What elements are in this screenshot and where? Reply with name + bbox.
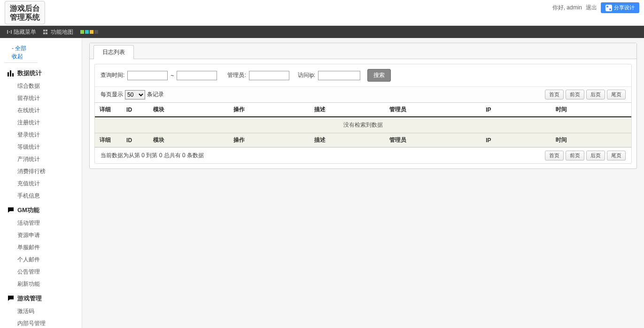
bars-icon xyxy=(7,69,15,77)
pager-prev-b[interactable]: 前页 xyxy=(566,151,584,160)
nav-item-1-3[interactable]: 个人邮件 xyxy=(0,253,82,266)
pager-last-b[interactable]: 尾页 xyxy=(607,151,626,160)
nav-item-0-1[interactable]: 留存统计 xyxy=(0,92,82,104)
pager-last[interactable]: 尾页 xyxy=(607,90,626,99)
sidebar: - 全部收起 数据统计综合数据留存统计在线统计注册统计登录统计等级统计产消统计消… xyxy=(0,38,82,328)
ip-input[interactable] xyxy=(318,71,360,80)
tab-log-list[interactable]: 日志列表 xyxy=(93,45,134,59)
nav-item-0-3[interactable]: 注册统计 xyxy=(0,116,82,129)
nav-item-0-4[interactable]: 登录统计 xyxy=(0,129,82,141)
swatch-green[interactable] xyxy=(80,30,84,34)
logout-link[interactable]: 退出 xyxy=(586,4,597,12)
nav-item-0-9[interactable]: 手机信息 xyxy=(0,190,82,202)
col-4: 描述 xyxy=(310,133,385,147)
col-3: 操作 xyxy=(229,133,309,147)
nav-header-1[interactable]: GM功能 xyxy=(0,204,82,217)
nav-item-1-1[interactable]: 资源申请 xyxy=(0,229,82,241)
col-0: 详细 xyxy=(95,133,122,147)
swatch-teal[interactable] xyxy=(85,30,89,34)
app-title-line1: 游戏后台 xyxy=(10,4,40,13)
func-map-label: 功能地图 xyxy=(51,28,73,36)
nav-item-0-8[interactable]: 充值统计 xyxy=(0,177,82,190)
nav-item-1-2[interactable]: 单服邮件 xyxy=(0,241,82,253)
user-greeting: 你好, admin xyxy=(552,4,582,12)
ip-label: 访问ip: xyxy=(298,71,315,79)
log-table: 详细ID模块操作描述管理员IP时间 没有检索到数据 详细ID模块操作描述管理员I… xyxy=(95,103,631,147)
time-tilde: ~ xyxy=(171,72,174,79)
collapse-all-link[interactable]: - 全部收起 xyxy=(5,43,38,63)
pager-bottom: 首页 前页 后页 尾页 xyxy=(545,151,626,160)
log-panel: 日志列表 查询时间: ~ 管理员: 访问ip: xyxy=(89,43,637,169)
col-6: IP xyxy=(481,133,551,147)
theme-swatches xyxy=(80,30,98,34)
log-inner-panel: 查询时间: ~ 管理员: 访问ip: 搜索 xyxy=(94,64,632,164)
col-3: 操作 xyxy=(229,103,309,117)
time-to-input[interactable] xyxy=(177,71,217,80)
pager-first[interactable]: 首页 xyxy=(545,90,564,99)
share-button[interactable]: 分享设计 xyxy=(601,2,639,13)
nav-header-0[interactable]: 数据统计 xyxy=(0,67,82,80)
pager-next[interactable]: 后页 xyxy=(586,90,605,99)
swatch-dark[interactable] xyxy=(94,30,98,34)
search-bar: 查询时间: ~ 管理员: 访问ip: 搜索 xyxy=(95,64,631,87)
menu-icon xyxy=(7,30,12,34)
pager-first-b[interactable]: 首页 xyxy=(545,151,564,160)
col-1: ID xyxy=(122,133,148,147)
chat-icon xyxy=(7,206,15,214)
nav-item-2-1[interactable]: 内部号管理 xyxy=(0,317,82,328)
svg-rect-1 xyxy=(10,70,11,76)
pager-prev[interactable]: 前页 xyxy=(566,90,584,99)
hide-menu-button[interactable]: 隐藏菜单 xyxy=(7,28,36,36)
empty-row: 没有检索到数据 xyxy=(95,117,631,133)
main-content: 日志列表 查询时间: ~ 管理员: 访问ip: xyxy=(82,38,644,328)
page-size-suffix: 条记录 xyxy=(147,91,164,99)
nav-item-1-5[interactable]: 刷新功能 xyxy=(0,278,82,290)
nav-item-1-0[interactable]: 活动管理 xyxy=(0,217,82,229)
col-6: IP xyxy=(481,103,551,117)
col-4: 描述 xyxy=(310,103,385,117)
nav-item-1-4[interactable]: 公告管理 xyxy=(0,266,82,278)
app-logo: 游戏后台 管理系统 xyxy=(5,1,45,24)
time-label: 查询时间: xyxy=(101,71,124,79)
admin-input[interactable] xyxy=(249,71,289,80)
svg-rect-0 xyxy=(8,72,9,76)
tabs: 日志列表 xyxy=(90,43,636,59)
nav-header-label: GM功能 xyxy=(17,206,39,214)
col-7: 时间 xyxy=(551,133,631,147)
nav-header-label: 数据统计 xyxy=(17,69,42,77)
nav-item-0-7[interactable]: 消费排行榜 xyxy=(0,165,82,177)
share-label: 分享设计 xyxy=(614,4,635,11)
empty-message: 没有检索到数据 xyxy=(95,117,631,133)
col-0: 详细 xyxy=(95,103,122,117)
chat-icon xyxy=(7,295,15,302)
nav-item-0-0[interactable]: 综合数据 xyxy=(0,80,82,92)
col-2: 模块 xyxy=(148,103,229,117)
app-header: 游戏后台 管理系统 你好, admin 退出 分享设计 xyxy=(0,0,644,26)
func-map-button[interactable]: 功能地图 xyxy=(43,28,73,36)
page-size-select[interactable]: 102550100 xyxy=(125,90,145,99)
footer-info: 当前数据为从第 0 到第 0 总共有 0 条数据 xyxy=(101,152,204,160)
col-5: 管理员 xyxy=(385,133,481,147)
svg-rect-2 xyxy=(12,73,14,76)
pager-top: 首页 前页 后页 尾页 xyxy=(545,90,626,99)
toolbar: 隐藏菜单 功能地图 xyxy=(0,26,644,38)
search-button[interactable]: 搜索 xyxy=(367,69,391,82)
nav-header-label: 游戏管理 xyxy=(17,294,42,303)
swatch-yellow[interactable] xyxy=(90,30,93,34)
page-size-bar: 每页显示 102550100 条记录 首页 前页 后页 尾页 xyxy=(95,87,631,103)
nav-header-2[interactable]: 游戏管理 xyxy=(0,292,82,305)
col-7: 时间 xyxy=(551,103,631,117)
page-size-prefix: 每页显示 xyxy=(101,91,123,99)
col-5: 管理员 xyxy=(385,103,481,117)
col-1: ID xyxy=(122,103,148,117)
nav-item-0-2[interactable]: 在线统计 xyxy=(0,104,82,116)
nav-item-2-0[interactable]: 激活码 xyxy=(0,305,82,317)
nav-item-0-5[interactable]: 等级统计 xyxy=(0,141,82,153)
app-title-line2: 管理系统 xyxy=(10,13,40,22)
nav-item-0-6[interactable]: 产消统计 xyxy=(0,153,82,165)
hide-menu-label: 隐藏菜单 xyxy=(14,28,36,36)
header-right: 你好, admin 退出 分享设计 xyxy=(552,2,639,13)
time-from-input[interactable] xyxy=(127,71,168,80)
grid-icon xyxy=(43,30,49,34)
pager-next-b[interactable]: 后页 xyxy=(586,151,605,160)
